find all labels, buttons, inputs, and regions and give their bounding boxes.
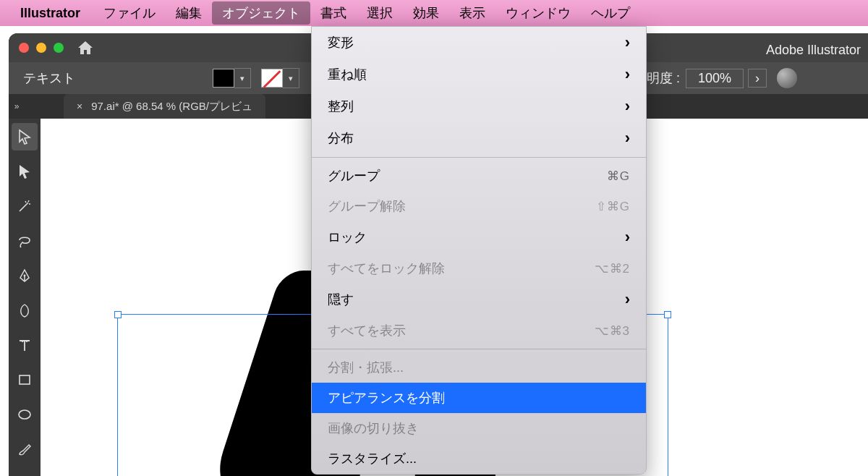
menu-item[interactable]: 整列 <box>312 90 646 122</box>
opacity-step-icon[interactable]: › <box>748 69 767 88</box>
menu-item[interactable]: 隠す <box>312 284 646 315</box>
menu-item-label: 画像の切り抜き <box>328 420 630 437</box>
magic-wand-tool[interactable] <box>12 192 38 220</box>
menu-item-label: グループ解除 <box>328 197 596 215</box>
menu-separator <box>312 349 646 349</box>
menu-item-label: ラスタライズ... <box>328 450 630 467</box>
menu-item-6[interactable]: 表示 <box>449 1 495 25</box>
document-tab[interactable]: × 97.ai* @ 68.54 % (RGB/プレビュ <box>64 94 265 119</box>
ellipse-tool[interactable] <box>12 401 38 428</box>
menu-shortcut: ⌥⌘2 <box>595 261 630 276</box>
window-traffic-lights <box>19 43 64 53</box>
menu-item: グループ解除⇧⌘G <box>312 191 646 221</box>
menu-item[interactable]: グループ⌘G <box>312 161 646 191</box>
color-wheel-icon[interactable] <box>777 68 797 88</box>
menu-item-label: ロック <box>328 229 619 246</box>
rectangle-tool[interactable] <box>12 366 38 394</box>
opacity-field[interactable]: 100% <box>686 69 744 88</box>
svg-point-2 <box>19 410 30 419</box>
menu-item-label: グループ <box>328 167 607 184</box>
menu-item-label: 分布 <box>328 129 619 147</box>
direct-selection-tool[interactable] <box>12 158 38 185</box>
menu-item-3[interactable]: 書式 <box>310 1 357 25</box>
selection-handle[interactable] <box>114 311 122 318</box>
control-mode-label: テキスト <box>23 69 75 87</box>
menu-item-4[interactable]: 選択 <box>357 1 403 25</box>
menu-item: すべてをロック解除⌥⌘2 <box>312 253 646 284</box>
menu-shortcut: ⌥⌘3 <box>595 323 630 339</box>
app-name-menu[interactable]: Illustrator <box>20 6 80 21</box>
window-zoom-button[interactable] <box>54 43 64 53</box>
menu-separator <box>312 157 646 158</box>
menu-item: すべてを表示⌥⌘3 <box>312 315 646 346</box>
menu-item-0[interactable]: ファイル <box>93 1 166 25</box>
close-tab-icon[interactable]: × <box>77 101 82 112</box>
menu-item[interactable]: 分布 <box>312 122 646 154</box>
menu-item-label: 整列 <box>328 98 619 115</box>
menu-item[interactable]: ラスタライズ... <box>312 443 646 474</box>
menu-item-label: 重ね順 <box>328 66 619 83</box>
tool-panel <box>9 119 41 476</box>
menu-item[interactable]: 重ね順 <box>312 59 646 90</box>
menu-item-1[interactable]: 編集 <box>166 1 212 25</box>
menu-item-label: 変形 <box>328 34 619 51</box>
opacity-label: 明度 : <box>647 69 680 87</box>
menu-item-label: 分割・拡張... <box>328 359 630 376</box>
menu-item[interactable]: 変形 <box>312 27 646 59</box>
window-title: Adobe Illustrator <box>766 43 861 58</box>
menu-item: 分割・拡張... <box>312 352 646 383</box>
curvature-tool[interactable] <box>12 297 38 324</box>
menu-item-label: アピアランスを分割 <box>328 389 630 407</box>
menu-item: 画像の切り抜き <box>312 413 646 443</box>
selection-tool[interactable] <box>12 123 38 150</box>
menu-item-label: 隠す <box>328 291 619 308</box>
fill-dropdown-icon[interactable]: ▾ <box>234 68 251 88</box>
menu-shortcut: ⌘G <box>607 169 630 184</box>
window-minimize-button[interactable] <box>36 43 46 53</box>
paintbrush-tool[interactable] <box>12 435 38 463</box>
menu-item-label: すべてをロック解除 <box>328 260 595 277</box>
stroke-none-swatch[interactable] <box>261 69 283 88</box>
selection-handle[interactable] <box>664 311 671 318</box>
type-tool[interactable] <box>12 331 38 359</box>
document-tab-label: 97.ai* @ 68.54 % (RGB/プレビュ <box>91 100 252 114</box>
home-icon[interactable] <box>77 40 94 56</box>
lasso-tool[interactable] <box>12 227 38 255</box>
menu-item-5[interactable]: 効果 <box>403 1 449 25</box>
menu-item[interactable]: アピアランスを分割 <box>312 383 646 413</box>
menu-item-7[interactable]: ウィンドウ <box>495 1 581 25</box>
object-menu-dropdown: 変形重ね順整列分布グループ⌘Gグループ解除⇧⌘Gロックすべてをロック解除⌥⌘2隠… <box>311 26 647 475</box>
svg-rect-1 <box>20 375 30 384</box>
menu-shortcut: ⇧⌘G <box>596 199 630 214</box>
menu-item[interactable]: ロック <box>312 221 646 253</box>
menu-item-8[interactable]: ヘルプ <box>581 1 640 25</box>
pen-tool[interactable] <box>12 262 38 289</box>
stroke-dropdown-icon[interactable]: ▾ <box>283 68 299 88</box>
fill-color-swatch[interactable] <box>213 69 234 88</box>
window-close-button[interactable] <box>19 43 29 53</box>
svg-point-0 <box>24 275 26 277</box>
mac-menubar: Illustrator ファイル編集オブジェクト書式選択効果表示ウィンドウヘルプ <box>0 0 868 26</box>
menu-item-label: すべてを表示 <box>328 322 595 339</box>
menu-item-2[interactable]: オブジェクト <box>212 1 310 25</box>
fill-swatch-group: ▾ ▾ <box>213 68 299 88</box>
panel-expand-icon[interactable]: » <box>9 94 25 119</box>
